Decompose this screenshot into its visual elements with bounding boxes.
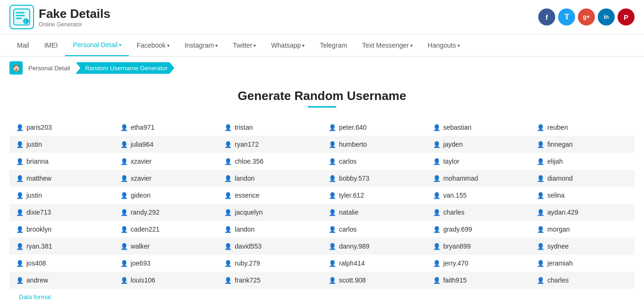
username-cell[interactable]: 👤chloe.356 (218, 153, 322, 170)
username-cell[interactable]: 👤julia964 (114, 136, 218, 153)
username-cell[interactable]: 👤selina (530, 187, 635, 204)
username-cell[interactable]: 👤david553 (218, 238, 322, 255)
user-icon: 👤 (329, 209, 336, 216)
user-icon: 👤 (16, 243, 24, 250)
username-cell[interactable]: 👤justin (9, 187, 114, 204)
user-icon: 👤 (224, 124, 232, 131)
username-cell[interactable]: 👤landon (218, 221, 322, 238)
user-icon: 👤 (433, 124, 441, 131)
username-cell[interactable]: 👤tristan (218, 119, 322, 136)
username-cell[interactable]: 👤taylor (426, 153, 531, 170)
username-cell[interactable]: 👤jacquelyn (218, 204, 322, 221)
nav-personal-detail[interactable]: Personal Detail ▾ (65, 34, 129, 56)
main-nav: Mail IMEI Personal Detail ▾ Facebook ▾ I… (0, 34, 644, 57)
username-cell[interactable]: 👤natalie (322, 204, 426, 221)
logo-area: i Fake Details Online Generator (9, 5, 110, 29)
username-cell[interactable]: 👤xzavier (114, 170, 218, 187)
username-cell[interactable]: 👤etha971 (114, 119, 218, 136)
username-text: scott.908 (339, 276, 366, 284)
whatsapp-arrow: ▾ (302, 43, 305, 48)
nav-text-messenger[interactable]: Text Messenger ▾ (355, 35, 420, 56)
nav-instagram[interactable]: Instagram ▾ (177, 35, 225, 56)
username-text: paris203 (26, 124, 52, 131)
linkedin-social-button[interactable]: in (598, 8, 615, 25)
username-text: brianna (26, 158, 49, 165)
pinterest-social-button[interactable]: P (618, 8, 635, 25)
username-cell[interactable]: 👤bobby.573 (322, 170, 426, 187)
username-cell[interactable]: 👤dixie713 (9, 204, 114, 221)
username-text: charles (547, 276, 568, 284)
username-text: gideon (131, 192, 151, 199)
username-cell[interactable]: 👤sydnee (530, 238, 635, 255)
nav-telegram[interactable]: Telegram (312, 35, 355, 56)
username-text: ruby.279 (235, 259, 260, 267)
username-cell[interactable]: 👤charles (530, 272, 635, 289)
username-text: grady.699 (443, 225, 472, 233)
username-cell[interactable]: 👤jos408 (9, 255, 114, 272)
username-cell[interactable]: 👤aydan.429 (530, 204, 635, 221)
username-cell[interactable]: 👤walker (114, 238, 218, 255)
username-cell[interactable]: 👤charles (426, 204, 531, 221)
username-cell[interactable]: 👤justin (9, 136, 114, 153)
breadcrumb-home-icon[interactable]: 🏠 (9, 61, 23, 75)
user-icon: 👤 (433, 209, 441, 216)
username-cell[interactable]: 👤peter.640 (322, 119, 426, 136)
username-cell[interactable]: 👤sebastian (426, 119, 531, 136)
googleplus-social-button[interactable]: g+ (578, 8, 595, 25)
username-cell[interactable]: 👤bryan899 (426, 238, 531, 255)
username-cell[interactable]: 👤carlos (322, 221, 426, 238)
username-text: natalie (339, 208, 358, 216)
username-cell[interactable]: 👤faith915 (426, 272, 531, 289)
username-text: morgan (547, 225, 569, 233)
facebook-social-button[interactable]: f (538, 8, 555, 25)
username-cell[interactable]: 👤matthew (9, 170, 114, 187)
username-cell[interactable]: 👤morgan (530, 221, 635, 238)
username-cell[interactable]: 👤elijah (530, 153, 635, 170)
username-cell[interactable]: 👤landon (218, 170, 322, 187)
data-format-link[interactable]: Data format (9, 289, 635, 300)
username-cell[interactable]: 👤louis106 (114, 272, 218, 289)
username-cell[interactable]: 👤grady.699 (426, 221, 531, 238)
username-cell[interactable]: 👤randy.292 (114, 204, 218, 221)
username-cell[interactable]: 👤frank725 (218, 272, 322, 289)
username-cell[interactable]: 👤carlos (322, 153, 426, 170)
username-cell[interactable]: 👤ralph414 (322, 255, 426, 272)
username-cell[interactable]: 👤jerry.470 (426, 255, 531, 272)
username-cell[interactable]: 👤van.155 (426, 187, 531, 204)
username-text: jos408 (26, 259, 46, 267)
username-cell[interactable]: 👤xzavier (114, 153, 218, 170)
username-cell[interactable]: 👤scott.908 (322, 272, 426, 289)
username-cell[interactable]: 👤ryan172 (218, 136, 322, 153)
username-cell[interactable]: 👤caden221 (114, 221, 218, 238)
username-cell[interactable]: 👤ruby.279 (218, 255, 322, 272)
user-icon: 👤 (16, 277, 24, 284)
username-cell[interactable]: 👤tyler.612 (322, 187, 426, 204)
nav-mail[interactable]: Mail (9, 35, 37, 56)
username-cell[interactable]: 👤danny.989 (322, 238, 426, 255)
username-cell[interactable]: 👤humberto (322, 136, 426, 153)
username-cell[interactable]: 👤diamond (530, 170, 635, 187)
username-cell[interactable]: 👤andrew (9, 272, 114, 289)
username-cell[interactable]: 👤ryan.381 (9, 238, 114, 255)
username-cell[interactable]: 👤brooklyn (9, 221, 114, 238)
breadcrumb-personal-detail[interactable]: Personal Detail (23, 62, 76, 74)
nav-facebook[interactable]: Facebook ▾ (129, 35, 177, 56)
nav-hangouts[interactable]: Hangouts ▾ (420, 35, 467, 56)
username-cell[interactable]: 👤paris203 (9, 119, 114, 136)
username-cell[interactable]: 👤brianna (9, 153, 114, 170)
username-cell[interactable]: 👤jayden (426, 136, 531, 153)
username-cell[interactable]: 👤joe693 (114, 255, 218, 272)
nav-twitter[interactable]: Twitter ▾ (225, 35, 263, 56)
username-cell[interactable]: 👤mohammad (426, 170, 531, 187)
nav-whatsapp[interactable]: Whatsapp ▾ (263, 35, 312, 56)
twitter-social-button[interactable]: 𝕋 (558, 8, 575, 25)
username-cell[interactable]: 👤gideon (114, 187, 218, 204)
username-cell[interactable]: 👤reuben (530, 119, 635, 136)
user-icon: 👤 (120, 141, 128, 148)
username-cell[interactable]: 👤jeramiah (530, 255, 635, 272)
user-icon: 👤 (537, 192, 544, 199)
nav-imei[interactable]: IMEI (37, 35, 66, 56)
username-cell[interactable]: 👤essence (218, 187, 322, 204)
username-cell[interactable]: 👤finnegan (530, 136, 635, 153)
user-icon: 👤 (16, 209, 24, 216)
